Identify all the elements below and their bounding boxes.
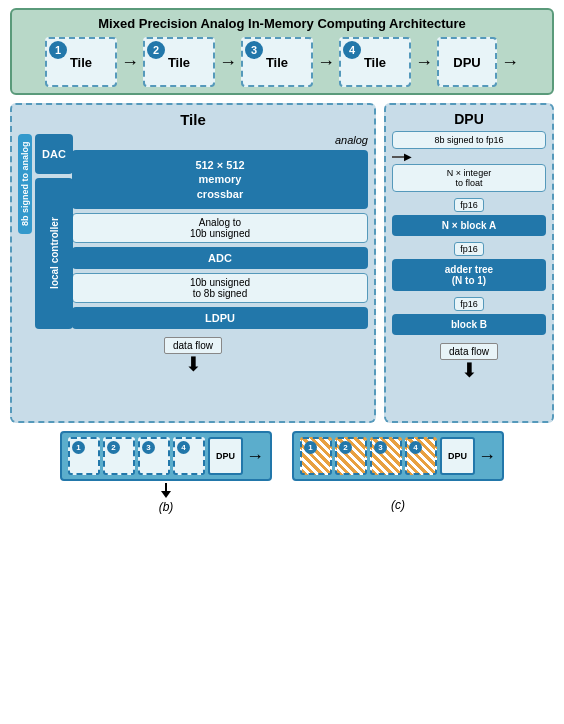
arrow-5: →	[501, 52, 519, 73]
dpu-data-flow-label: data flow	[440, 343, 498, 360]
dpu-input-indicator: ▶	[392, 151, 546, 162]
tile-4-label: Tile	[364, 55, 386, 70]
diagram-c: 1 2 3 4 DPU → (c)	[292, 431, 504, 512]
b-tile-1-num: 1	[72, 441, 85, 454]
tile-4-num: 4	[343, 41, 361, 59]
tile-4: 4 Tile	[339, 37, 411, 87]
tile-1: 1 Tile	[45, 37, 117, 87]
b-tile-4-num: 4	[177, 441, 190, 454]
bottom-section: 1 2 3 4 DPU → (b) 1 2	[10, 431, 554, 514]
unsigned-to-signed: 10b unsignedto 8b signed	[72, 273, 368, 303]
c-tile-1-num: 1	[304, 441, 317, 454]
tile-data-flow: data flow ⬇	[18, 335, 368, 374]
c-tile-3: 3	[370, 437, 402, 475]
tile-2-label: Tile	[168, 55, 190, 70]
ldpu-box: LDPU	[72, 307, 368, 329]
middle-section: Tile 8b signed to analog DAC local contr…	[10, 103, 554, 423]
tile-3-num: 3	[245, 41, 263, 59]
top-title: Mixed Precision Analog In-Memory Computi…	[20, 16, 544, 31]
adder-tree: adder tree(N to 1)	[392, 259, 546, 291]
c-tile-4: 4	[405, 437, 437, 475]
c-tile-3-num: 3	[374, 441, 387, 454]
tile-inner: 8b signed to analog DAC local controller…	[18, 134, 368, 329]
arrow-4: →	[415, 52, 433, 73]
tile-3-label: Tile	[266, 55, 288, 70]
fp16-badge-2: fp16	[392, 238, 546, 257]
dpu-signed-fp16: 8b signed to fp16	[392, 131, 546, 149]
tile-right-col: analog 512 × 512memorycrossbar Analog to…	[72, 134, 368, 329]
b-tile-3-num: 3	[142, 441, 155, 454]
b-right-arrow: →	[246, 446, 264, 467]
b-dpu: DPU	[208, 437, 243, 475]
c-tile-4-num: 4	[409, 441, 422, 454]
block-a: N × block A	[392, 215, 546, 236]
tile-detail: Tile 8b signed to analog DAC local contr…	[10, 103, 376, 423]
c-tile-2-num: 2	[339, 441, 352, 454]
b-tile-4: 4	[173, 437, 205, 475]
c-right-arrow: →	[478, 446, 496, 467]
b-label: (b)	[159, 500, 174, 514]
tile-3: 3 Tile	[241, 37, 313, 87]
c-tile-2: 2	[335, 437, 367, 475]
tile-2-num: 2	[147, 41, 165, 59]
tile-1-label: Tile	[70, 55, 92, 70]
tile-2: 2 Tile	[143, 37, 215, 87]
analog-to-unsigned: Analog to10b unsigned	[72, 213, 368, 243]
arrow-1: →	[121, 52, 139, 73]
dpu-data-flow: data flow ⬇	[392, 341, 546, 380]
diagram-b: 1 2 3 4 DPU → (b)	[60, 431, 272, 514]
diagram-c-container: 1 2 3 4 DPU →	[292, 431, 504, 481]
c-tile-1: 1	[300, 437, 332, 475]
signed-analog-label: 8b signed to analog	[18, 134, 32, 234]
block-b: block B	[392, 314, 546, 335]
b-tile-2: 2	[103, 437, 135, 475]
n-integer-to-float: N × integerto float	[392, 164, 546, 192]
tile-data-flow-label: data flow	[164, 337, 222, 354]
fp16-badge-1: fp16	[392, 194, 546, 213]
analog-label: analog	[72, 134, 368, 146]
adc-box: ADC	[72, 247, 368, 269]
arrow-2: →	[219, 52, 237, 73]
local-controller: local controller	[35, 178, 73, 329]
c-label: (c)	[391, 498, 405, 512]
dpu-detail-title: DPU	[392, 111, 546, 127]
b-tile-3: 3	[138, 437, 170, 475]
dpu-detail: DPU 8b signed to fp16 ▶ N × integerto fl…	[384, 103, 554, 423]
top-dpu: DPU	[437, 37, 497, 87]
dac-box: DAC	[35, 134, 73, 174]
b-tile-2-num: 2	[107, 441, 120, 454]
tile-1-num: 1	[49, 41, 67, 59]
tile-detail-title: Tile	[18, 111, 368, 128]
diagram-b-container: 1 2 3 4 DPU →	[60, 431, 272, 481]
b-down-indicator	[161, 483, 171, 498]
fp16-badge-3: fp16	[392, 293, 546, 312]
tiles-row: 1 Tile → 2 Tile → 3 Tile → 4 Tile → DPU …	[20, 37, 544, 87]
top-section: Mixed Precision Analog In-Memory Computi…	[10, 8, 554, 95]
memory-crossbar: 512 × 512memorycrossbar	[72, 150, 368, 209]
dpu-down-arrow: ⬇	[392, 360, 546, 380]
b-tile-1: 1	[68, 437, 100, 475]
c-dpu: DPU	[440, 437, 475, 475]
tile-left-col: 8b signed to analog DAC local controller	[18, 134, 68, 329]
arrow-3: →	[317, 52, 335, 73]
tile-down-arrow: ⬇	[18, 354, 368, 374]
